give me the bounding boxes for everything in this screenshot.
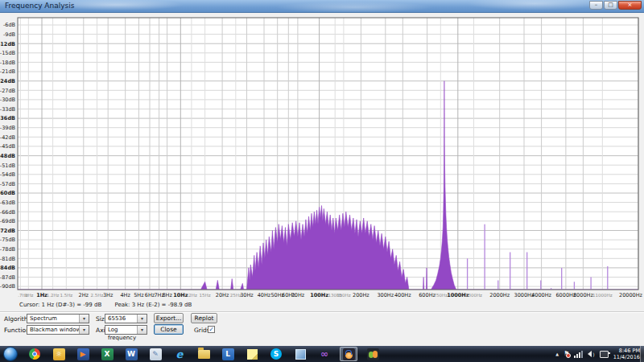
taskbar-item-photos[interactable]: ☼ bbox=[50, 347, 68, 361]
svg-text:70Hz: 70Hz bbox=[291, 292, 305, 298]
taskbar-item-visual-studio[interactable]: ∞ bbox=[316, 347, 333, 361]
minimize-button[interactable]: – bbox=[589, 1, 603, 10]
taskbar-item-cube-app[interactable] bbox=[291, 347, 309, 361]
svg-text:8Hz: 8Hz bbox=[162, 292, 172, 298]
svg-text:-78dB: -78dB bbox=[0, 246, 15, 253]
svg-text:-33dB: -33dB bbox=[0, 106, 15, 113]
replot-button[interactable]: Replot bbox=[191, 313, 217, 323]
people-icon bbox=[367, 348, 379, 360]
svg-text:-60dB: -60dB bbox=[0, 190, 15, 196]
sticky-notes-icon bbox=[247, 349, 258, 360]
separator-line bbox=[0, 311, 644, 313]
taskbar: ☼ ▶ X W ✎ e L S ∞ ▲ ⚑ ) 8:46 PM 11/4/201… bbox=[0, 346, 644, 362]
taskbar-item-people[interactable] bbox=[364, 347, 382, 361]
taskbar-item-app-l[interactable]: L bbox=[219, 347, 237, 361]
svg-text:-51dB: -51dB bbox=[0, 162, 15, 169]
svg-text:-54dB: -54dB bbox=[0, 171, 15, 178]
svg-text:.8Hz: .8Hz bbox=[23, 293, 33, 298]
axis-select[interactable]: Log frequency ▾ bbox=[105, 325, 147, 335]
taskbar-item-excel[interactable]: X bbox=[98, 347, 116, 361]
svg-text:-63dB: -63dB bbox=[0, 200, 15, 206]
svg-text:-24dB: -24dB bbox=[0, 78, 15, 84]
svg-text:-66dB: -66dB bbox=[0, 209, 15, 216]
function-value: Blackman window bbox=[30, 327, 80, 333]
close-window-button[interactable]: × bbox=[618, 1, 642, 10]
svg-text:-6dB: -6dB bbox=[3, 22, 15, 28]
word-icon: W bbox=[126, 348, 138, 360]
svg-text:-69dB: -69dB bbox=[0, 218, 15, 224]
taskbar-item-sticky-notes[interactable] bbox=[243, 347, 261, 361]
audacity-icon bbox=[343, 348, 355, 360]
svg-text:2000Hz: 2000Hz bbox=[489, 292, 510, 298]
taskbar-items: ☼ ▶ X W ✎ e L S ∞ bbox=[2, 346, 382, 362]
chevron-down-icon[interactable]: ▾ bbox=[79, 326, 89, 334]
network-icon[interactable] bbox=[574, 351, 583, 358]
chevron-down-icon[interactable]: ▾ bbox=[79, 315, 89, 323]
export-button[interactable]: Export... bbox=[154, 313, 184, 323]
svg-text:4000Hz: 4000Hz bbox=[531, 292, 551, 298]
algorithm-value: Spectrum bbox=[30, 315, 57, 322]
spectrum-plot[interactable]: -6dB-9dB-12dB-15dB-18dB-21dB-24dB-27dB-3… bbox=[0, 13, 644, 307]
skype-icon: S bbox=[270, 348, 282, 360]
svg-text:-57dB: -57dB bbox=[0, 181, 15, 187]
svg-text:-18dB: -18dB bbox=[0, 60, 15, 66]
chrome-icon bbox=[29, 348, 40, 360]
svg-text:-84dB: -84dB bbox=[0, 265, 15, 271]
windows-orb-icon bbox=[3, 347, 18, 361]
svg-text:-27dB: -27dB bbox=[0, 88, 15, 94]
chevron-down-icon[interactable]: ▾ bbox=[137, 326, 147, 334]
app-l-icon: L bbox=[222, 348, 234, 360]
maximize-button[interactable]: □ bbox=[604, 1, 617, 10]
size-select[interactable]: 65536 ▾ bbox=[105, 314, 147, 323]
svg-text:2.5Hz: 2.5Hz bbox=[91, 293, 104, 298]
chevron-down-icon[interactable]: ▾ bbox=[137, 315, 147, 323]
taskbar-item-paint[interactable]: ✎ bbox=[147, 347, 164, 361]
photos-icon: ☼ bbox=[53, 348, 65, 360]
volume-icon[interactable]: ) bbox=[588, 351, 594, 357]
svg-text:-36dB: -36dB bbox=[0, 115, 15, 121]
svg-text:-75dB: -75dB bbox=[0, 237, 15, 243]
svg-text:20000Hz: 20000Hz bbox=[619, 292, 643, 298]
taskbar-item-audacity[interactable] bbox=[340, 347, 357, 361]
grids-checkbox[interactable]: ✓ bbox=[208, 326, 215, 333]
svg-text:-72dB: -72dB bbox=[0, 228, 15, 234]
svg-text:400Hz: 400Hz bbox=[394, 292, 411, 298]
tray-clock[interactable]: 8:46 PM 11/4/2016 bbox=[613, 348, 640, 360]
cube-app-icon bbox=[295, 349, 306, 360]
taskbar-item-word[interactable]: W bbox=[122, 347, 140, 361]
taskbar-item-skype[interactable]: S bbox=[267, 347, 285, 361]
close-button[interactable]: Close bbox=[154, 324, 184, 335]
visual-studio-icon: ∞ bbox=[319, 348, 331, 360]
media-player-icon: ▶ bbox=[77, 348, 89, 360]
internet-explorer-icon: e bbox=[174, 348, 186, 360]
action-center-icon[interactable]: ⚑ bbox=[564, 350, 569, 358]
tray-time: 8:46 PM bbox=[613, 348, 640, 354]
svg-text:-87dB: -87dB bbox=[0, 274, 15, 281]
svg-text:-30dB: -30dB bbox=[0, 97, 15, 103]
window-titlebar[interactable]: Frequency Analysis – □ × bbox=[0, 0, 644, 13]
svg-text:15Hz: 15Hz bbox=[200, 293, 211, 298]
taskbar-item-explorer[interactable] bbox=[195, 347, 213, 361]
desktop-screen: Frequency Analysis – □ × -6dB-9dB-12dB-1… bbox=[0, 0, 644, 362]
folder-icon bbox=[198, 350, 210, 359]
svg-text:4Hz: 4Hz bbox=[120, 292, 130, 298]
svg-text:5Hz: 5Hz bbox=[134, 292, 144, 298]
svg-text:-39dB: -39dB bbox=[0, 125, 15, 131]
function-select[interactable]: Blackman window ▾ bbox=[27, 325, 89, 335]
algorithm-select[interactable]: Spectrum ▾ bbox=[27, 314, 89, 323]
svg-text:750Hz: 750Hz bbox=[434, 293, 448, 298]
svg-text:30Hz: 30Hz bbox=[240, 292, 254, 298]
svg-text:2Hz: 2Hz bbox=[79, 292, 89, 298]
taskbar-item-chrome[interactable] bbox=[26, 347, 43, 361]
svg-text:-42dB: -42dB bbox=[0, 134, 15, 141]
show-desktop-button[interactable] bbox=[640, 346, 644, 362]
svg-text:8000Hz: 8000Hz bbox=[573, 292, 593, 298]
power-icon[interactable] bbox=[600, 351, 609, 358]
taskbar-item-media-player[interactable]: ▶ bbox=[74, 347, 92, 361]
svg-text:150Hz: 150Hz bbox=[336, 293, 351, 298]
excel-icon: X bbox=[101, 348, 114, 360]
status-line: Cursor: 1 Hz (D#-3) = -99 dB Peak: 3 Hz … bbox=[19, 302, 203, 308]
taskbar-item-internet-explorer[interactable]: e bbox=[171, 347, 188, 361]
start-button[interactable] bbox=[2, 347, 19, 361]
show-hidden-icons-button[interactable]: ▲ bbox=[555, 352, 559, 356]
